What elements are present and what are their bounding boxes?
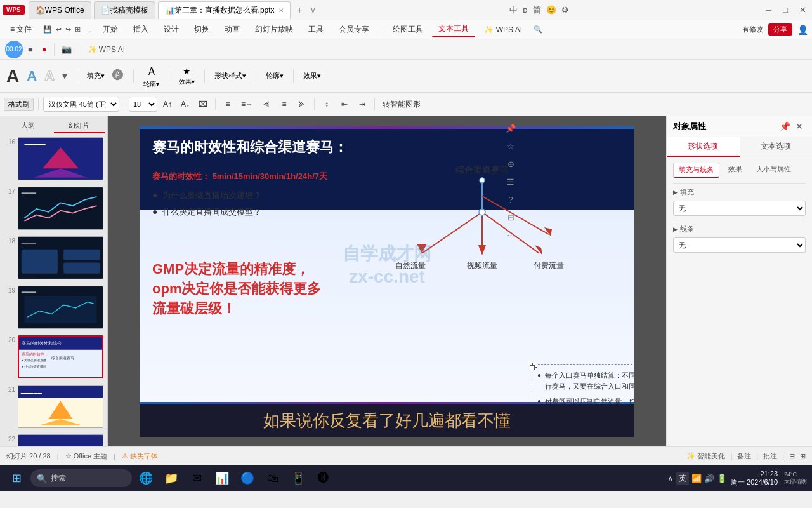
save-to-cloud-btn[interactable]: 有修改 [742,25,763,34]
notes-btn[interactable]: 备注 [737,451,751,461]
settings-icon[interactable]: ⚙ [561,5,569,15]
battery-icon[interactable]: 🔋 [717,474,727,483]
view-grid-btn[interactable]: ⊞ [800,452,806,460]
layout-icon[interactable]: ⊟ [504,210,518,224]
font-name-select[interactable]: 汉仪文黑-45简 (正文) [43,97,119,112]
format-painter-btn[interactable]: 格式刷 [4,98,34,111]
mode-jian[interactable]: 简 [533,4,541,16]
taskbar-app-w[interactable]: 🅦 [312,467,335,490]
missing-font-warning[interactable]: ⚠ 缺失字体 [122,451,158,461]
stop-recording-btn[interactable]: ■ [24,42,37,57]
rp-size-tab[interactable]: 大小与属性 [751,163,796,178]
panel-tab-slides[interactable]: 幻灯片 [54,119,105,133]
taskbar-app-explorer[interactable]: 📁 [160,467,183,490]
effect-icon[interactable]: ★ [183,66,191,76]
tab-template[interactable]: 📄 找稿壳模板 [94,1,155,19]
outline-icon[interactable]: Ａ [146,64,157,79]
camera-icon[interactable]: 📷 [58,42,75,57]
star-icon[interactable]: ☆ [504,139,518,153]
avatar-icon[interactable]: 👤 [797,25,808,35]
slide-preview-22[interactable]: ▬▬▬▬▬▬▬ ▬▬▬▬▬ [18,434,103,446]
line-spacing-btn[interactable]: ↕ [319,97,334,112]
fill-color-swatch[interactable]: 🅐 [112,69,124,83]
menu-animation[interactable]: 动画 [218,22,246,37]
slide-preview-20[interactable]: 赛马的时效性和综合 赛马的时效性： ● 为什么要做直播 ● 什么决定直播间 综合… [18,335,103,378]
rp-effect-tab[interactable]: 效果 [723,163,747,178]
menu-insert[interactable]: 插入 [127,22,155,37]
menu-tools[interactable]: 工具 [302,22,330,37]
view-normal-btn[interactable]: ⊟ [789,452,795,460]
fill-btn[interactable]: 填充▾ [87,71,105,81]
search-menu-icon[interactable]: 🔍 [534,25,542,34]
puzzle-icon[interactable]: ⊕ [504,157,518,171]
maximize-icon[interactable]: □ [780,4,791,16]
add-tab-btn[interactable]: + [293,4,306,16]
taskbar-app-red[interactable]: 📱 [287,467,310,490]
undo-icon[interactable]: ↩ [56,25,62,34]
menu-wps-ai[interactable]: ✨ WPS AI [478,23,528,36]
taskbar-app-edge[interactable]: 🌐 [134,467,157,490]
textbox-selected[interactable]: ● 每个入口赛马单独结算：不同渠道的流量既要单独单入口和行赛马，又要在综合入口和… [532,364,634,404]
tab-pptx-close[interactable]: ✕ [278,7,284,14]
volume-icon[interactable]: 🔊 [704,474,714,483]
panel-pin-btn[interactable]: 📌 [777,120,793,133]
outdent-btn[interactable]: ⇥ [355,97,370,112]
clear-format-btn[interactable]: ⌧ [195,97,211,112]
font-size-decrease-btn[interactable]: A↓ [178,97,193,112]
slide-thumb-19[interactable]: 19 ▬▬▬▬ [3,284,105,330]
panel-tab-outline[interactable]: 大纲 [3,119,54,133]
language-indicator[interactable]: 英 [676,472,689,485]
help-icon[interactable]: ? [504,192,518,206]
slide-thumb-17[interactable]: 17 ▬▬▬▬ [3,185,105,231]
taskbar-clock[interactable]: 21:23 周一 2024/6/10 [731,470,778,487]
slide-preview-16[interactable]: ▬▬▬▬▬ [18,137,103,180]
save-icon[interactable]: 💾 [43,25,52,34]
transform-shape-btn[interactable]: 转智能图形 [379,97,424,112]
slide-main[interactable]: 赛马的时效性和综合渠道赛马： 赛马的时效性： 5min/15min/30min/… [140,126,634,404]
grid-icon-right[interactable]: ⋯ [504,228,518,242]
rp-line-select[interactable]: 无 [673,237,806,253]
slide-thumb-22[interactable]: 22 ▬▬▬▬▬▬▬ ▬▬▬▬▬ [3,433,105,446]
slide-thumb-20[interactable]: 20 赛马的时效性和综合 赛马的时效性： ● 为什么要做直播 ● 什么决定直播间… [3,334,105,380]
recording-btn[interactable]: 00:02 [5,41,23,58]
taskbar-search-box[interactable]: 🔍 搜索 [30,469,132,487]
slide-preview-19[interactable]: ▬▬▬▬ [18,286,103,329]
tab-wps-office[interactable]: 🏠 WPS Office [29,1,91,19]
taskbar-start-btn[interactable]: ⊞ [5,468,28,488]
menu-text-tools[interactable]: 文本工具 [432,22,475,37]
more-icon[interactable]: … [84,26,91,34]
text-a-large[interactable]: A [6,66,19,86]
share-btn[interactable]: 分享 [768,23,792,36]
comments-btn[interactable]: 批注 [763,451,777,461]
rp-fill-line-tab[interactable]: 填充与线条 [673,163,719,178]
format-icon[interactable]: ⊞ [75,25,81,34]
taskbar-app-store[interactable]: 🛍 [261,467,284,490]
record-dot-btn[interactable]: ● [38,42,51,57]
minimize-icon[interactable]: ─ [763,4,775,16]
menu-transition[interactable]: 切换 [188,22,216,37]
indent-btn[interactable]: ⇤ [337,97,352,112]
slide-thumb-16[interactable]: 16 ▬▬▬▬▬ [3,136,105,182]
slide-preview-18[interactable]: ▬▬▬▬ [18,236,103,279]
rp-tab-shape[interactable]: 形状选项 [667,137,740,157]
slide-preview-17[interactable]: ▬▬▬▬ [18,187,103,230]
slide-preview-21[interactable]: ▬▬▬▬▬ [18,385,103,428]
slide-thumb-18[interactable]: 18 ▬▬▬▬ [3,235,105,281]
wps-logo[interactable]: WPS [3,5,25,15]
list-btn[interactable]: ≡ [220,97,235,112]
redo-icon[interactable]: ↪ [65,25,71,34]
font-size-select[interactable]: 18 [129,97,157,112]
font-size-increase-btn[interactable]: A↑ [160,97,175,112]
align-left-btn[interactable]: ⫷ [259,97,274,112]
menu-start[interactable]: 开始 [96,22,124,37]
rp-fill-select[interactable]: 无 [673,201,806,216]
text-a-medium[interactable]: A [27,68,37,84]
outline-btn[interactable]: 轮廓▾ [266,71,284,81]
menu-vip[interactable]: 会员专享 [332,22,376,37]
rp-tab-text[interactable]: 文本选项 [740,137,813,157]
taskbar-app-mail[interactable]: ✉ [185,467,208,490]
shape-style-btn[interactable]: 形状样式▾ [214,71,246,81]
menu-slideshow[interactable]: 幻灯片放映 [249,22,299,37]
outline-label[interactable]: 轮廓▾ [143,80,159,89]
panel-close-btn[interactable]: ✕ [793,120,806,133]
